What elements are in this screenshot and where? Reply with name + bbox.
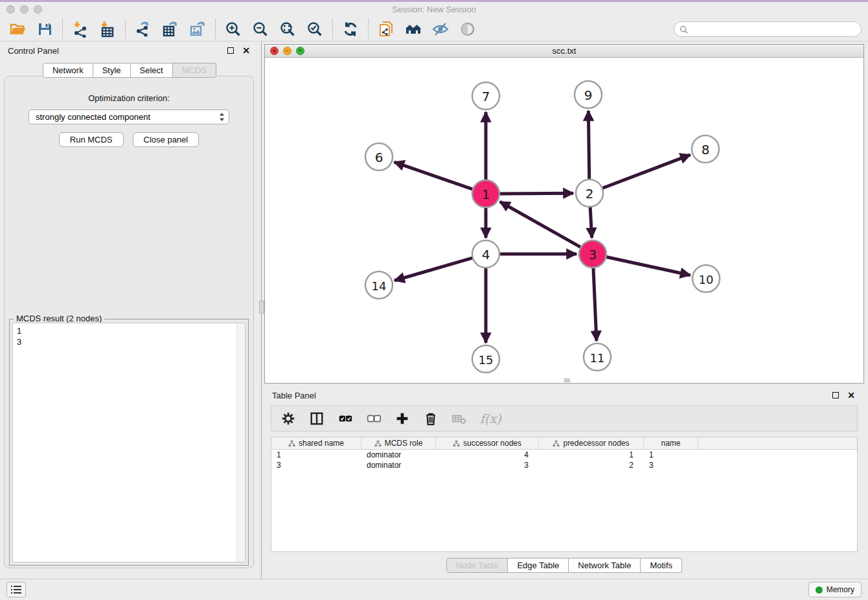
columns-icon [309, 410, 325, 427]
graph-edge-1-6[interactable] [394, 162, 474, 190]
memory-status-icon [816, 586, 823, 594]
panel-splitter[interactable] [259, 41, 264, 579]
control-panel-close-button[interactable]: ✕ [241, 45, 251, 56]
apply-layout-button[interactable] [341, 20, 360, 38]
column-header-shared-name[interactable]: shared name [271, 437, 361, 449]
list-icon [10, 585, 22, 594]
canvas-scroll-handle[interactable] [564, 378, 570, 382]
delete-column-button[interactable] [423, 411, 439, 426]
home-view-button[interactable] [404, 20, 422, 38]
zoom-out-button[interactable] [251, 20, 269, 38]
create-column-button[interactable] [394, 411, 410, 426]
cell-shared-name[interactable]: 3 [271, 461, 361, 470]
graph-edge-3-10[interactable] [605, 257, 691, 275]
criterion-select[interactable]: strongly connected component [29, 110, 229, 124]
unselect-all-columns-button[interactable] [366, 411, 382, 426]
graph-node-label-7: 7 [482, 89, 490, 104]
import-network-button[interactable] [71, 20, 89, 38]
column-header-successor-nodes[interactable]: successor nodes [436, 437, 539, 449]
graph-node-label-3: 3 [589, 247, 597, 262]
tab-edge-table[interactable]: Edge Table [508, 558, 569, 573]
mcds-result-group: MCDS result (2 nodes) 1 3 [9, 319, 249, 566]
zoom-selected-icon [306, 21, 323, 38]
zoom-in-button[interactable] [224, 20, 242, 38]
cell-mcds-role[interactable]: dominator [361, 450, 436, 459]
control-panel-float-button[interactable] [225, 45, 236, 56]
status-bar: Memory [0, 579, 868, 600]
graph-edge-3-1[interactable] [500, 202, 582, 248]
graph-edge-3-11[interactable] [593, 266, 597, 341]
zoom-out-icon [252, 21, 269, 38]
import-table-button[interactable] [98, 20, 117, 38]
hide-graphics-details-button[interactable] [431, 20, 450, 38]
cell-mcds-role[interactable]: dominator [361, 461, 436, 470]
refresh-icon [342, 21, 359, 38]
table-panel-close-button[interactable]: ✕ [846, 390, 856, 400]
graph-edge-2-8[interactable] [601, 155, 691, 189]
tab-network-table[interactable]: Network Table [569, 558, 641, 573]
memory-button[interactable]: Memory [808, 582, 862, 597]
search-field[interactable] [674, 21, 862, 37]
delete-table-button[interactable] [451, 411, 467, 426]
zoom-fit-button[interactable] [279, 20, 297, 38]
table-row[interactable]: 1 dominator 4 1 1 [271, 450, 857, 460]
eye-slash-icon [432, 21, 449, 38]
close-panel-button[interactable]: Close panel [133, 132, 200, 147]
graph-node-label-4: 4 [482, 247, 490, 262]
table-tabs: Node Table Edge Table Network Table Moti… [264, 558, 864, 573]
cell-shared-name[interactable]: 1 [271, 450, 361, 459]
criterion-selected-value: strongly connected component [36, 112, 219, 122]
gear-icon [280, 410, 296, 427]
network-graph[interactable]: 7968124314101511 [265, 58, 863, 383]
table-row[interactable]: 3 dominator 3 2 3 [271, 460, 857, 470]
graph-node-label-15: 15 [479, 353, 494, 367]
function-builder-button[interactable]: f(x) [480, 411, 501, 426]
column-header-mcds-role[interactable]: MCDS role [361, 437, 436, 449]
graph-node-label-6: 6 [375, 150, 383, 165]
export-table-button[interactable] [161, 20, 179, 38]
cell-successor-nodes[interactable]: 4 [436, 450, 539, 459]
column-header-predecessor-nodes[interactable]: predecessor nodes [539, 437, 644, 449]
tab-network[interactable]: Network [43, 63, 93, 78]
table-panel-float-button[interactable] [830, 390, 841, 400]
cell-name[interactable]: 1 [644, 450, 698, 459]
tab-motifs[interactable]: Motifs [641, 558, 682, 573]
graph-edge-2-3[interactable] [590, 205, 592, 238]
import-network-icon [72, 21, 89, 38]
cell-name[interactable]: 3 [644, 461, 698, 470]
show-task-history-button[interactable] [6, 582, 26, 597]
show-graphics-details-button[interactable] [459, 20, 477, 38]
run-mcds-button[interactable]: Run MCDS [59, 132, 124, 147]
zoom-selected-button[interactable] [306, 20, 324, 38]
network-canvas[interactable]: 7968124314101511 [265, 58, 863, 383]
search-input[interactable] [691, 23, 861, 36]
save-session-button[interactable] [36, 20, 54, 38]
open-session-button[interactable] [8, 20, 27, 38]
delete-table-icon [451, 410, 467, 427]
graph-node-label-14: 14 [372, 279, 387, 293]
cell-successor-nodes[interactable]: 3 [436, 461, 539, 470]
houses-icon [405, 21, 422, 38]
column-type-icon [553, 440, 560, 447]
graph-edge-2-9[interactable] [588, 111, 589, 181]
clone-network-button[interactable] [377, 20, 395, 38]
select-all-columns-button[interactable] [337, 411, 353, 426]
splitter-handle[interactable] [259, 301, 264, 314]
network-window-titlebar[interactable]: scc.txt x − + [265, 45, 863, 58]
cell-predecessor-nodes[interactable]: 2 [539, 461, 644, 470]
export-image-button[interactable] [188, 20, 207, 38]
tab-node-table[interactable]: Node Table [446, 558, 508, 573]
tab-mcds[interactable]: MCDS [173, 63, 216, 78]
cell-predecessor-nodes[interactable]: 1 [539, 450, 644, 459]
table-options-button[interactable] [280, 411, 296, 426]
tab-style[interactable]: Style [93, 63, 131, 78]
mcds-result-text[interactable]: 1 3 [13, 323, 236, 562]
mcds-tab-panel: Optimization criterion: strongly connect… [4, 76, 254, 568]
result-scrollbar[interactable] [236, 323, 245, 562]
graph-edge-1-2[interactable] [498, 193, 573, 194]
show-columns-button[interactable] [309, 411, 325, 426]
column-header-name[interactable]: name [644, 437, 698, 449]
graph-edge-4-14[interactable] [394, 257, 474, 281]
tab-select[interactable]: Select [131, 63, 173, 78]
export-network-button[interactable] [134, 20, 152, 38]
